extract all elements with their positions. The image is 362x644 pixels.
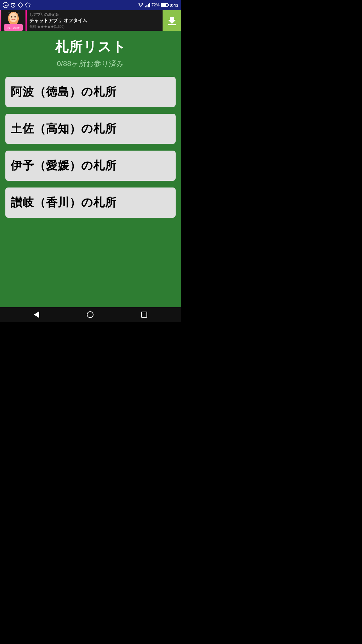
download-icon: [167, 15, 177, 26]
alarm-icon: [10, 2, 16, 8]
region-button-sanuki[interactable]: 讃岐（香川）の札所: [5, 187, 176, 218]
svg-point-14: [14, 16, 16, 18]
region-button-awa[interactable]: 阿波（徳島）の札所: [5, 77, 176, 107]
svg-text:ね、遊ぼ♥: ね、遊ぼ♥: [7, 26, 20, 30]
wifi-icon: [138, 3, 144, 7]
ad-subtitle: 無料 ★★★★★(1,500): [29, 24, 160, 29]
svg-point-13: [11, 16, 12, 18]
pentagon-icon: [25, 2, 31, 8]
clock: 0:43: [170, 3, 178, 8]
on-icon: ON: [3, 2, 9, 8]
svg-marker-18: [168, 17, 176, 24]
svg-text:ON: ON: [4, 4, 8, 7]
svg-marker-7: [18, 3, 23, 7]
ad-banner[interactable]: ね、遊ぼ♥ オフタイム しアプリの決定版 チャットアプリ オフタイム 無料 ★★…: [0, 10, 181, 31]
region-button-tosa[interactable]: 土佐（高知）の札所: [5, 114, 176, 144]
ad-illustration: ね、遊ぼ♥ オフタイム: [1, 10, 25, 31]
progress-text: 0/88ヶ所お参り済み: [57, 59, 124, 69]
recent-icon: [141, 312, 147, 318]
recent-apps-button[interactable]: [141, 312, 147, 318]
page-title: 札所リスト: [55, 38, 126, 56]
ad-text-area: しアプリの決定版 チャットアプリ オフタイム 無料 ★★★★★(1,500): [27, 11, 163, 31]
svg-text:オフタイム: オフタイム: [8, 11, 19, 14]
home-icon: [87, 311, 94, 318]
nav-bar: [0, 307, 181, 322]
ad-download-button[interactable]: [163, 10, 181, 31]
status-right: 72% 0:43: [138, 3, 178, 8]
battery-percent: 72%: [152, 3, 160, 7]
svg-point-12: [9, 13, 17, 22]
ad-image: ね、遊ぼ♥ オフタイム: [0, 10, 27, 31]
region-button-iyo[interactable]: 伊予（愛媛）の札所: [5, 151, 176, 181]
battery-icon: [161, 3, 168, 7]
svg-rect-19: [168, 24, 176, 25]
ad-main-title: チャットアプリ オフタイム: [29, 18, 160, 24]
signal-icon: [145, 3, 150, 7]
main-content: 札所リスト 0/88ヶ所お参り済み 阿波（徳島）の札所 土佐（高知）の札所 伊予…: [0, 31, 181, 307]
svg-marker-8: [25, 3, 30, 7]
ad-title-line: しアプリの決定版: [29, 12, 160, 17]
svg-point-9: [140, 6, 141, 7]
back-button[interactable]: [34, 311, 39, 318]
diamond-icon: [17, 2, 23, 8]
back-icon: [34, 311, 39, 318]
battery-fill: [162, 4, 166, 6]
region-button-list: 阿波（徳島）の札所 土佐（高知）の札所 伊予（愛媛）の札所 讃岐（香川）の札所: [5, 77, 176, 218]
status-icons: ON: [3, 2, 31, 8]
status-bar: ON: [0, 0, 181, 10]
home-button[interactable]: [87, 311, 94, 318]
